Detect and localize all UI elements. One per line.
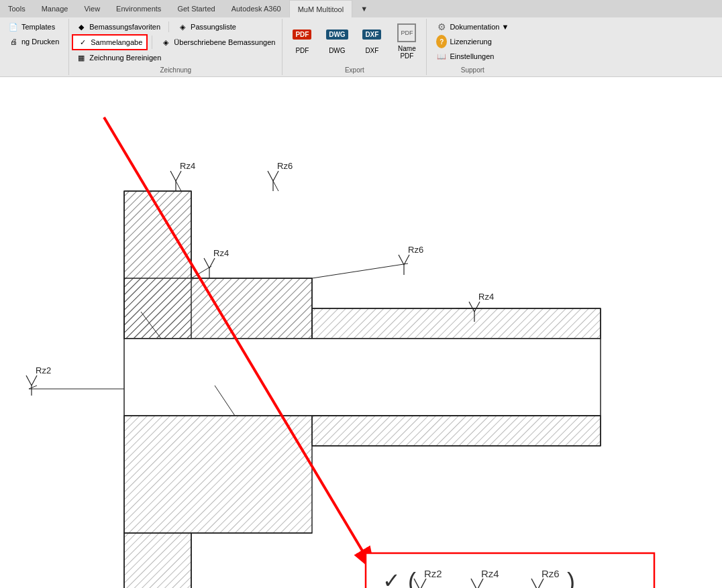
name-pdf-rect: PDF [397, 23, 416, 42]
lizenzierung-icon: ? [436, 36, 447, 47]
bemassungsfavoriten-icon: ◆ [76, 21, 87, 32]
passungsliste-button[interactable]: ▦ Zeichnung Bereinigen [72, 51, 165, 64]
ueberschriebene-button[interactable]: ◈ Überschriebene Bemassungen [156, 36, 279, 49]
group-export: PDF PDF DWG DWG DXF DXF [282, 19, 427, 75]
dokumentation-icon: 📖 [436, 51, 447, 62]
pdf-button[interactable]: PDF PDF [285, 20, 319, 58]
sep2 [152, 36, 152, 49]
license-icon-inner: ? [436, 35, 447, 48]
dxf-button[interactable]: DXF DXF [355, 20, 389, 58]
tab-dropdown[interactable]: ▼ [352, 0, 376, 17]
tab-manage[interactable]: Manage [34, 0, 76, 17]
einstellungen-icon: ⚙ [436, 21, 447, 32]
drucken-button[interactable]: 🖨 ng Drucken [4, 35, 63, 48]
summary-open-paren: ( [408, 568, 416, 588]
tab-tools[interactable]: Tools [0, 0, 34, 17]
block-bot-left [124, 416, 312, 533]
svg-text:Rz4: Rz4 [213, 248, 229, 258]
dokumentation-button[interactable]: 📖 Einstellungen [432, 50, 513, 63]
sep1 [168, 21, 169, 32]
summary-checkmark: ✓ [382, 569, 401, 588]
group-templates-content: 📄 Templates 🖨 ng Drucken [4, 20, 63, 74]
drucken-icon: 🖨 [8, 36, 19, 47]
dwg-button[interactable]: DWG DWG [320, 20, 354, 58]
sammelangabe-button[interactable]: ✓ Sammelangabe [72, 34, 148, 50]
group-zeichnung-content: ◆ Bemassungsfavoriten ◈ Passungsliste ✓ … [72, 20, 279, 74]
group-support: ⚙ Dokumentation ▼ ? Lizenzierung 📖 Einst… [427, 19, 518, 75]
passungsliste-icon: ▦ [76, 52, 87, 63]
export-group-content: PDF PDF DWG DWG DXF DXF [285, 20, 423, 71]
mid-band [124, 339, 601, 416]
name-pdf-icon: PDF [396, 22, 417, 44]
tab-environments[interactable]: Environments [108, 0, 169, 17]
svg-text:Rz2: Rz2 [424, 568, 442, 579]
tab-a360[interactable]: Autodesk A360 [223, 0, 289, 17]
ribbon-content: 📄 Templates 🖨 ng Drucken ◆ Bemassungsfav… [0, 17, 722, 76]
block-bot-step [124, 533, 191, 588]
einstellungen-button[interactable]: ⚙ Dokumentation ▼ [432, 20, 513, 34]
zeichnung-bereinigen-button[interactable]: ◈ Passungsliste [173, 20, 240, 34]
name-pdf-button[interactable]: PDF Name PDF [390, 20, 423, 62]
zeichnung-bereinigen-icon: ◈ [177, 21, 188, 32]
ueberschriebene-icon: ◈ [160, 37, 171, 48]
dwg-icon: DWG [326, 24, 348, 46]
svg-text:Rz6: Rz6 [542, 568, 560, 579]
zeichnung-label: Zeichnung [69, 66, 282, 74]
support-content: ⚙ Dokumentation ▼ ? Lizenzierung 📖 Einst… [432, 20, 513, 72]
templates-button[interactable]: 📄 Templates [4, 20, 63, 34]
sammelangabe-icon: ✓ [77, 37, 88, 48]
bemassungsfavoriten-button[interactable]: ◆ Bemassungsfavoriten [72, 20, 164, 34]
drawing-area: Rz4 Rz6 Rz4 [0, 77, 722, 588]
block-right-top [312, 308, 601, 339]
drawing-svg: Rz4 Rz6 Rz4 [0, 77, 722, 588]
dxf-icon: DXF [361, 24, 382, 46]
tab-get-started[interactable]: Get Started [169, 0, 223, 17]
summary-close-paren: ) [567, 568, 575, 588]
svg-text:Rz4: Rz4 [481, 568, 499, 579]
templates-icon: 📄 [8, 21, 19, 32]
ribbon-tabs: Tools Manage View Environments Get Start… [0, 0, 722, 17]
svg-text:Rz6: Rz6 [408, 245, 423, 255]
tab-mum-multitool[interactable]: MuM Multitool [289, 0, 352, 17]
pdf-icon: PDF [291, 24, 313, 46]
zeichnung-row2: ✓ Sammelangabe ◈ Überschriebene Bemassun… [72, 34, 279, 50]
svg-text:Rz4: Rz4 [180, 161, 195, 171]
ribbon: Tools Manage View Environments Get Start… [0, 0, 722, 77]
lizenzierung-button[interactable]: ? Lizenzierung [432, 35, 513, 48]
svg-text:Rz6: Rz6 [277, 161, 293, 171]
zeichnung-row1: ◆ Bemassungsfavoriten ◈ Passungsliste [72, 20, 279, 34]
group-templates: 📄 Templates 🖨 ng Drucken [3, 19, 69, 75]
group-zeichnung: ◆ Bemassungsfavoriten ◈ Passungsliste ✓ … [69, 19, 282, 75]
svg-text:Rz2: Rz2 [36, 365, 51, 375]
main-area: Rz4 Rz6 Rz4 [0, 77, 722, 588]
support-label: Support [427, 66, 518, 74]
zeichnung-row3: ▦ Zeichnung Bereinigen [72, 51, 279, 64]
tab-view[interactable]: View [76, 0, 108, 17]
svg-text:Rz4: Rz4 [478, 292, 494, 302]
export-label: Export [282, 66, 426, 74]
block-bot-right [312, 416, 601, 446]
